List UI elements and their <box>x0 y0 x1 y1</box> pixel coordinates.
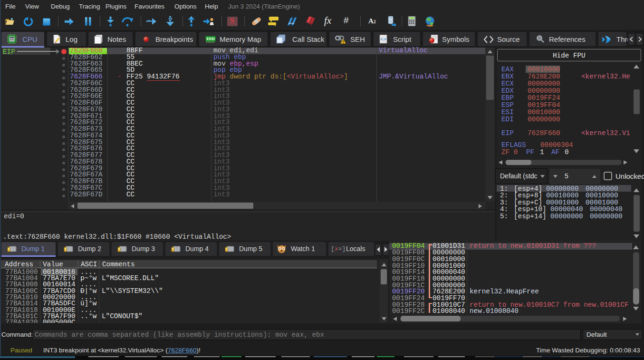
svg-text:<>: <> <box>380 37 386 42</box>
svg-text:32: 32 <box>10 37 14 42</box>
